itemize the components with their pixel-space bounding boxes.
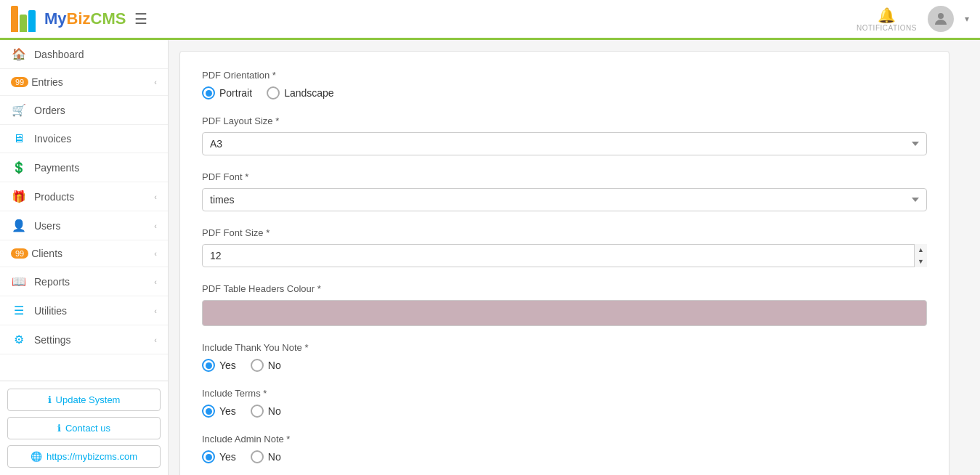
settings-icon: ⚙ (11, 333, 27, 346)
topbar-left: MyBizCMS ☰ (11, 6, 147, 32)
sidebar-item-orders[interactable]: 🛒 Orders (0, 96, 168, 125)
sidebar-label-users: Users (34, 220, 154, 232)
include-terms-group: Include Terms * Yes No (202, 388, 927, 418)
thank-you-yes-label: Yes (219, 360, 236, 371)
pdf-font-size-input[interactable] (202, 244, 927, 267)
sidebar-label-utilities: Utilities (34, 305, 154, 317)
terms-yes-label: Yes (219, 405, 236, 417)
logo-biz: Biz (67, 9, 91, 28)
pdf-font-size-group: PDF Font Size * ▲ ▼ (202, 227, 927, 267)
admin-note-yes[interactable]: Yes (202, 450, 236, 463)
utilities-icon: ☰ (11, 304, 27, 317)
portrait-radio[interactable] (202, 86, 215, 100)
thank-you-options: Yes No (202, 359, 927, 372)
admin-note-no-label: No (268, 451, 281, 463)
notifications-label: NOTIFICATIONS (857, 24, 917, 32)
utilities-chevron: ‹ (154, 306, 157, 315)
admin-note-no[interactable]: No (251, 450, 281, 463)
thank-you-yes[interactable]: Yes (202, 359, 236, 372)
sidebar-item-payments[interactable]: 💲 Payments (0, 153, 168, 182)
orientation-portrait[interactable]: Portrait (202, 86, 252, 100)
website-button[interactable]: 🌐 https://mybizcms.com (7, 445, 161, 468)
topbar-right: 🔔 NOTIFICATIONS ▾ (857, 6, 969, 32)
entries-badge: 99 (11, 77, 28, 87)
contact-us-button[interactable]: ℹ Contact us (7, 417, 161, 439)
sidebar-bottom: ℹ Update System ℹ Contact us 🌐 https://m… (0, 381, 168, 475)
sidebar-item-clients[interactable]: 99 Clients ‹ (0, 240, 168, 267)
content-card: PDF Orientation * Portrait Landscape PDF… (179, 51, 949, 475)
pdf-orientation-label: PDF Orientation * (202, 70, 927, 81)
pdf-font-size-label: PDF Font Size * (202, 227, 927, 238)
terms-options: Yes No (202, 405, 927, 418)
sidebar-item-invoices[interactable]: 🖥 Invoices (0, 125, 168, 153)
sidebar-label-products: Products (34, 191, 154, 203)
sidebar-item-dashboard[interactable]: 🏠 Dashboard (0, 40, 168, 69)
include-thank-you-group: Include Thank You Note * Yes No (202, 342, 927, 372)
sidebar-item-entries[interactable]: 99 Entries ‹ (0, 69, 168, 96)
sidebar-item-users[interactable]: 👤 Users ‹ (0, 211, 168, 240)
sidebar-item-utilities[interactable]: ☰ Utilities ‹ (0, 296, 168, 325)
pdf-font-select[interactable]: times helvetica arial (202, 188, 927, 211)
orientation-landscape[interactable]: Landscape (267, 86, 334, 100)
admin-note-no-radio[interactable] (251, 450, 264, 463)
hamburger-icon[interactable]: ☰ (134, 10, 147, 28)
topbar: MyBizCMS ☰ 🔔 NOTIFICATIONS ▾ (0, 0, 980, 40)
user-menu-chevron[interactable]: ▾ (965, 14, 969, 24)
thank-you-no[interactable]: No (251, 359, 281, 372)
sidebar-item-settings[interactable]: ⚙ Settings ‹ (0, 325, 168, 354)
landscape-label: Landscape (284, 87, 334, 99)
pdf-table-headers-colour-group: PDF Table Headers Colour * (202, 283, 927, 326)
reports-icon: 📖 (11, 275, 27, 288)
user-avatar[interactable] (928, 6, 954, 32)
pdf-table-headers-colour-swatch[interactable] (202, 300, 927, 326)
admin-note-yes-radio[interactable] (202, 450, 215, 463)
terms-no[interactable]: No (251, 405, 281, 418)
landscape-radio[interactable] (267, 86, 280, 100)
thank-you-no-radio[interactable] (251, 359, 264, 372)
terms-no-radio[interactable] (251, 405, 264, 418)
settings-chevron: ‹ (154, 336, 157, 344)
logo-bar-blue (28, 10, 36, 32)
admin-note-yes-label: Yes (219, 451, 236, 463)
number-spinners: ▲ ▼ (914, 244, 927, 267)
sidebar-label-payments: Payments (34, 162, 157, 174)
pdf-orientation-group: PDF Orientation * Portrait Landscape (202, 70, 927, 100)
sidebar-item-products[interactable]: 🎁 Products ‹ (0, 182, 168, 211)
svg-point-0 (938, 13, 944, 19)
include-admin-note-label: Include Admin Note * (202, 434, 927, 444)
website-label: https://mybizcms.com (46, 451, 137, 462)
entries-chevron: ‹ (154, 78, 157, 86)
dashboard-icon: 🏠 (11, 47, 27, 61)
orders-icon: 🛒 (11, 103, 27, 117)
include-thank-you-label: Include Thank You Note * (202, 342, 927, 353)
sidebar-label-invoices: Invoices (34, 133, 157, 145)
sidebar-nav: 🏠 Dashboard 99 Entries ‹ 🛒 Orders 🖥 Invo… (0, 40, 168, 381)
pdf-layout-size-select[interactable]: A3 A4 Letter (202, 132, 927, 155)
products-icon: 🎁 (11, 190, 27, 203)
pdf-font-group: PDF Font * times helvetica arial (202, 171, 927, 211)
font-size-down[interactable]: ▼ (915, 256, 927, 267)
sidebar-label-reports: Reports (34, 276, 154, 288)
terms-no-label: No (268, 405, 281, 417)
terms-yes[interactable]: Yes (202, 405, 236, 418)
terms-yes-radio[interactable] (202, 405, 215, 418)
products-chevron: ‹ (154, 192, 157, 201)
pdf-layout-size-label: PDF Layout Size * (202, 115, 927, 126)
logo-my: My (44, 9, 67, 28)
portrait-label: Portrait (219, 87, 252, 99)
pdf-font-label: PDF Font * (202, 171, 927, 182)
include-terms-label: Include Terms * (202, 388, 927, 399)
invoices-icon: 🖥 (11, 132, 27, 145)
contact-us-label: Contact us (65, 423, 110, 434)
logo-bar-orange (11, 6, 18, 32)
notifications-button[interactable]: 🔔 NOTIFICATIONS (857, 7, 917, 32)
sidebar-label-settings: Settings (34, 334, 154, 346)
sidebar-item-reports[interactable]: 📖 Reports ‹ (0, 267, 168, 296)
users-icon: 👤 (11, 219, 27, 232)
update-system-button[interactable]: ℹ Update System (7, 389, 161, 411)
payments-icon: 💲 (11, 161, 27, 174)
globe-icon: 🌐 (31, 451, 42, 462)
font-size-up[interactable]: ▲ (915, 244, 927, 256)
thank-you-yes-radio[interactable] (202, 359, 215, 372)
info-icon: ℹ (48, 394, 52, 405)
